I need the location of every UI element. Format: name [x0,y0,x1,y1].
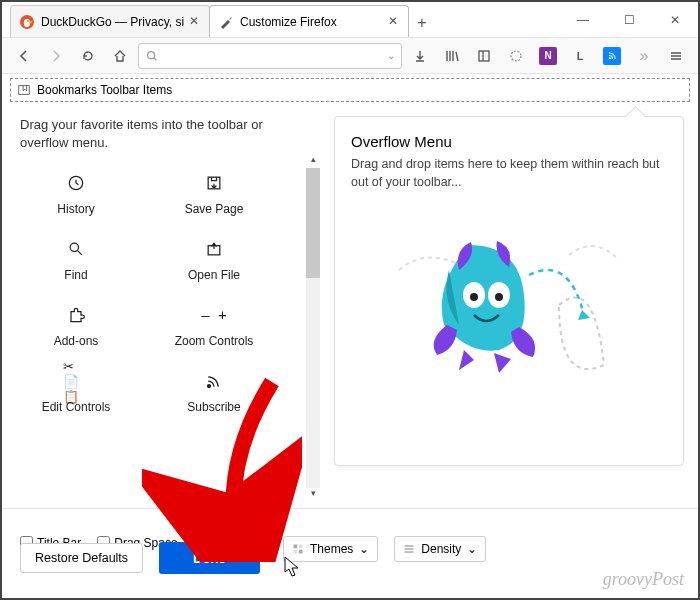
palette-scrollbar[interactable]: ▴ ▾ [306,168,320,488]
zoom-item[interactable]: — +Zoom Controls [158,302,270,348]
density-dropdown[interactable]: Density⌄ [394,536,486,562]
svg-point-3 [148,51,155,58]
puzzle-icon [63,302,89,328]
density-icon [403,543,415,555]
restore-defaults-button[interactable]: Restore Defaults [20,543,143,573]
bookmarks-toolbar-label: Bookmarks Toolbar Items [37,83,172,97]
tabbar: DuckDuckGo — Privacy, si ✕ Customize Fir… [2,2,560,37]
back-button[interactable] [10,42,38,70]
bookmarks-icon [17,83,31,97]
onenote-button[interactable]: N [534,42,562,70]
tab-title: DuckDuckGo — Privacy, si [41,15,187,29]
overflow-toolbar-button[interactable]: » [630,42,658,70]
minimize-button[interactable]: — [560,2,606,37]
svg-point-11 [70,244,78,252]
reload-button[interactable] [74,42,102,70]
openfile-icon [201,236,227,262]
navbar: ⌄ N L » [2,38,698,74]
instructions-text: Drag your favorite items into the toolba… [20,116,310,152]
svg-rect-19 [299,544,303,548]
downloads-button[interactable] [406,42,434,70]
newtab-button[interactable]: + [408,9,436,37]
svg-point-6 [511,51,521,61]
watermark: groovyPost [603,569,684,590]
svg-rect-23 [405,548,414,550]
notifications-button[interactable] [502,42,530,70]
svg-point-7 [608,57,610,59]
overflow-desc: Drag and drop items here to keep them wi… [351,156,667,191]
tab-title: Customize Firefox [240,15,386,29]
library-button[interactable] [438,42,466,70]
brush-icon [218,14,234,30]
palette-grid: History Save Page Find Open File Add-ons… [20,170,270,414]
search-icon [145,49,159,63]
svg-rect-4 [479,51,489,61]
editctrl-item[interactable]: ✂​📄​📋Edit Controls [20,368,132,414]
clock-icon [63,170,89,196]
themes-icon [292,543,304,555]
chevron-down-icon: ⌄ [467,542,477,556]
openfile-item[interactable]: Open File [158,236,270,282]
history-item[interactable]: History [20,170,132,216]
savepage-item[interactable]: Save Page [158,170,270,216]
overflow-illustration [351,215,667,385]
svg-rect-21 [299,549,303,553]
forward-button[interactable] [42,42,70,70]
svg-rect-18 [293,544,297,548]
home-button[interactable] [106,42,134,70]
svg-rect-22 [405,545,414,547]
svg-point-15 [470,293,478,301]
subscribe-item[interactable]: Subscribe [158,368,270,414]
rss-icon [201,368,227,394]
chevron-down-icon: ⌄ [359,542,369,556]
close-window-button[interactable]: ✕ [652,2,698,37]
find-item[interactable]: Find [20,236,132,282]
palette-column: Drag your favorite items into the toolba… [20,116,320,502]
themes-dropdown[interactable]: Themes⌄ [283,536,378,562]
lastpass-button[interactable]: L [566,42,594,70]
tab-duckduckgo[interactable]: DuckDuckGo — Privacy, si ✕ [10,5,210,37]
overflow-title: Overflow Menu [351,133,667,150]
zoom-icon: — + [201,302,227,328]
svg-point-13 [208,385,211,388]
maximize-button[interactable]: ☐ [606,2,652,37]
edit-icon: ✂​📄​📋 [63,368,89,394]
done-button[interactable]: Done [159,542,260,574]
scroll-up-arrow[interactable]: ▴ [306,154,320,168]
hamburger-menu-button[interactable] [662,42,690,70]
overflow-panel[interactable]: Overflow Menu Drag and drop items here t… [334,116,684,466]
svg-rect-20 [293,549,297,553]
window-controls: — ☐ ✕ [560,2,698,37]
close-icon[interactable]: ✕ [386,15,400,29]
urlbar[interactable]: ⌄ [138,43,402,69]
tab-customize[interactable]: Customize Firefox ✕ [209,5,409,37]
close-icon[interactable]: ✕ [187,15,201,29]
sidebars-button[interactable] [470,42,498,70]
bookmarks-toolbar-dropzone[interactable]: Bookmarks Toolbar Items [10,78,690,102]
addons-item[interactable]: Add-ons [20,302,132,348]
svg-point-2 [27,20,28,21]
svg-point-17 [495,293,503,301]
chevron-down-icon[interactable]: ⌄ [387,50,395,61]
svg-rect-24 [405,551,414,553]
duck-icon [19,14,35,30]
rss-button[interactable] [598,42,626,70]
search-icon [63,236,89,262]
scroll-thumb[interactable] [306,168,320,278]
save-icon [201,170,227,196]
customize-main: Drag your favorite items into the toolba… [2,102,698,502]
bottom-bar: Title Bar Drag Space bars⌄ Themes⌄ Densi… [2,508,698,588]
titlebar: DuckDuckGo — Privacy, si ✕ Customize Fir… [2,2,698,38]
scroll-down-arrow[interactable]: ▾ [306,488,320,502]
